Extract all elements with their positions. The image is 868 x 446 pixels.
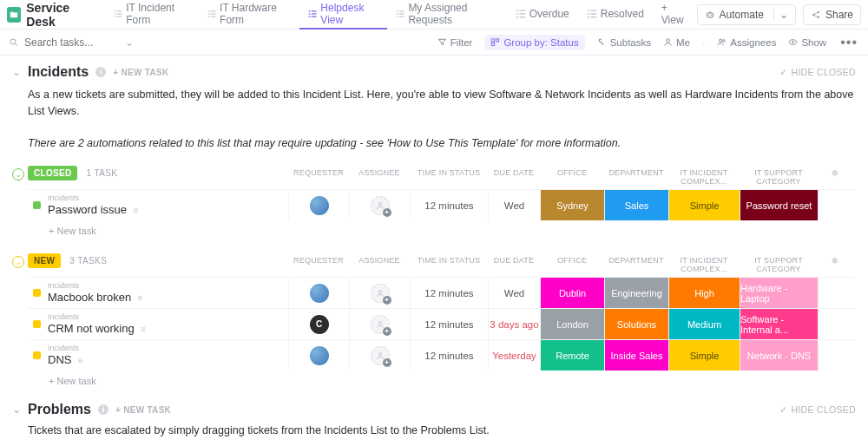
- add-view-button[interactable]: + View: [653, 0, 697, 30]
- info-icon[interactable]: i: [95, 67, 106, 77]
- tab-it-hardware-form[interactable]: IT Hardware Form: [199, 0, 299, 30]
- status-square-icon[interactable]: [33, 351, 41, 359]
- task-row[interactable]: Incidents CRM not working ≡ C 12 minutes…: [28, 308, 856, 339]
- topbar: Service Desk IT Incident Form IT Hardwar…: [0, 0, 868, 30]
- assignees-button[interactable]: Assignees: [717, 37, 776, 48]
- check-icon: ✓: [779, 67, 787, 77]
- office-cell[interactable]: London: [540, 309, 604, 339]
- complexity-cell[interactable]: Simple: [668, 190, 740, 220]
- tab-resolved[interactable]: Resolved: [578, 0, 653, 30]
- status-square-icon[interactable]: [33, 320, 41, 328]
- assignee-cell[interactable]: [349, 278, 410, 308]
- search-icon: [9, 37, 19, 48]
- new-task-button[interactable]: + NEW TASK: [113, 68, 168, 77]
- chevron-down-icon[interactable]: ⌄: [125, 36, 134, 49]
- task-title[interactable]: Macbook broken ≡: [48, 291, 143, 305]
- status-badge[interactable]: CLOSED: [28, 166, 77, 180]
- svg-rect-34: [590, 13, 596, 15]
- svg-rect-9: [211, 10, 216, 11]
- collapse-icon[interactable]: ⌄: [12, 256, 24, 268]
- task-title[interactable]: DNS ≡: [48, 353, 83, 367]
- row-spacer: [818, 340, 852, 371]
- assignee-cell[interactable]: [349, 190, 410, 220]
- eye-icon: [788, 37, 798, 47]
- task-row[interactable]: Incidents Macbook broken ≡ 12 minutes We…: [28, 277, 856, 308]
- task-group: ⌄ CLOSED 1 TASKREQUESTERASSIGNEETIME IN …: [28, 166, 856, 239]
- collapse-icon[interactable]: ⌄: [12, 168, 24, 180]
- status-square-icon[interactable]: [33, 201, 41, 209]
- category-cell[interactable]: Network - DNS: [740, 340, 818, 371]
- requester-cell[interactable]: [288, 190, 349, 220]
- new-task-row[interactable]: + New task: [28, 220, 856, 239]
- assign-icon[interactable]: [371, 284, 390, 303]
- chevron-down-icon[interactable]: ⌄: [773, 9, 788, 21]
- hide-closed-button[interactable]: ✓ HIDE CLOSED: [779, 67, 856, 77]
- avatar[interactable]: [310, 346, 329, 365]
- svg-point-50: [667, 39, 670, 43]
- category-cell[interactable]: Software - Internal a...: [740, 309, 818, 339]
- requester-cell[interactable]: C: [288, 309, 349, 339]
- assign-icon[interactable]: [371, 196, 390, 215]
- subtasks-button[interactable]: Subtasks: [597, 37, 651, 48]
- category-cell[interactable]: Password reset: [740, 190, 818, 220]
- office-cell[interactable]: Remote: [540, 340, 604, 371]
- search-input[interactable]: [24, 36, 120, 49]
- tab-my-assigned[interactable]: My Assigned Requests: [387, 0, 507, 30]
- department-cell[interactable]: Solutions: [604, 309, 668, 339]
- time-in-status-cell: 12 minutes: [410, 190, 488, 220]
- me-button[interactable]: Me: [663, 37, 690, 48]
- status-badge[interactable]: NEW: [28, 253, 61, 268]
- requester-cell[interactable]: [288, 340, 349, 371]
- task-row[interactable]: Incidents Password issue ≡ 12 minutes We…: [28, 189, 856, 220]
- due-date-cell[interactable]: Wed: [488, 278, 540, 308]
- avatar[interactable]: [310, 284, 329, 303]
- show-button[interactable]: Show: [788, 37, 826, 48]
- svg-rect-23: [399, 16, 404, 16]
- assignee-cell[interactable]: [349, 340, 410, 371]
- office-cell[interactable]: Sydney: [540, 190, 604, 220]
- task-title[interactable]: Password issue ≡: [48, 203, 139, 217]
- svg-rect-22: [399, 13, 404, 14]
- due-date-cell[interactable]: Wed: [488, 190, 540, 220]
- tab-it-incident-form[interactable]: IT Incident Form: [105, 0, 199, 30]
- department-cell[interactable]: Engineering: [604, 278, 668, 308]
- filter-button[interactable]: Filter: [437, 37, 473, 48]
- chevron-down-icon[interactable]: ⌄: [12, 66, 21, 78]
- office-cell[interactable]: Dublin: [540, 278, 604, 308]
- section-title: Problems: [28, 402, 91, 417]
- assign-icon[interactable]: [371, 315, 390, 334]
- chevron-down-icon[interactable]: ⌄: [12, 403, 21, 416]
- complexity-cell[interactable]: Medium: [668, 309, 740, 339]
- avatar[interactable]: C: [310, 315, 329, 334]
- status-square-icon[interactable]: [33, 289, 41, 297]
- tab-helpdesk-view[interactable]: Helpdesk View: [299, 0, 387, 30]
- subtasks-icon: [597, 37, 607, 47]
- due-date-cell[interactable]: 3 days ago: [488, 309, 540, 339]
- new-task-row[interactable]: + New task: [28, 371, 856, 390]
- automate-button[interactable]: Automate ⌄: [697, 4, 796, 25]
- task-row[interactable]: Incidents DNS ≡ 12 minutes Yesterday Rem…: [28, 339, 856, 371]
- task-title[interactable]: CRM not working ≡: [48, 322, 146, 336]
- tab-overdue[interactable]: Overdue: [507, 0, 578, 30]
- due-date-cell[interactable]: Yesterday: [488, 340, 540, 371]
- share-button[interactable]: Share: [803, 4, 861, 25]
- avatar[interactable]: [310, 196, 329, 215]
- svg-point-56: [378, 290, 381, 292]
- assignee-cell[interactable]: [349, 309, 410, 339]
- requester-cell[interactable]: [288, 278, 349, 308]
- complexity-cell[interactable]: High: [668, 278, 740, 308]
- new-task-button[interactable]: + NEW TASK: [115, 405, 171, 415]
- groupby-button[interactable]: Group by: Status: [484, 35, 584, 50]
- more-menu-icon[interactable]: •••: [838, 35, 859, 50]
- search[interactable]: ⌄: [9, 36, 139, 49]
- assign-icon[interactable]: [371, 346, 390, 365]
- info-icon[interactable]: i: [98, 404, 108, 415]
- department-cell[interactable]: Sales: [604, 190, 668, 220]
- svg-rect-24: [516, 10, 518, 11]
- complexity-cell[interactable]: Simple: [668, 340, 740, 371]
- department-cell[interactable]: Inside Sales: [604, 340, 668, 371]
- category-cell[interactable]: Hardware - Laptop: [740, 278, 818, 308]
- hide-closed-button[interactable]: ✓ HIDE CLOSED: [779, 404, 856, 415]
- task-parent: Incidents: [48, 312, 146, 322]
- svg-rect-12: [309, 10, 311, 11]
